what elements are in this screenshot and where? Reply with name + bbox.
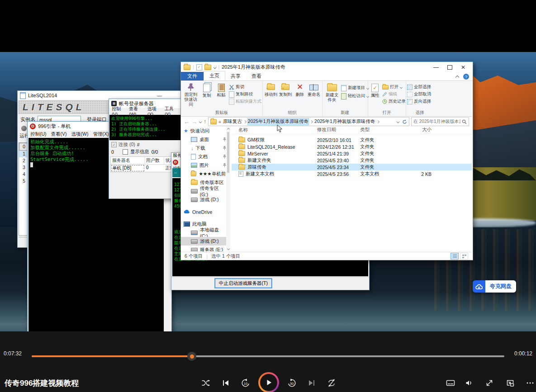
rename-button[interactable]: 重命名 [307, 83, 321, 97]
breadcrumb[interactable]: « 原味复古 2025年1月神装版本原味传奇 2025年1月神装版本原味传奇 [208, 117, 409, 126]
file-row[interactable]: 新建文件夹 2025/4/5 23:40 文件夹 [232, 157, 472, 164]
cut-button[interactable]: 剪切 [229, 84, 244, 90]
col-users[interactable]: 用户数 [145, 157, 164, 164]
fullscreen-button[interactable] [484, 377, 495, 389]
more-options-button[interactable] [524, 377, 536, 389]
new-folder-button[interactable]: 新建文件夹 [324, 83, 340, 102]
mouse-cursor [277, 124, 283, 133]
sidebar-item-drive-c[interactable]: 本地磁盘 (C:) [181, 228, 228, 237]
history-button[interactable]: 历史记录 [382, 98, 406, 105]
help-icon[interactable]: ? [463, 74, 469, 80]
minimize-button[interactable]: — [429, 62, 443, 72]
sidebar-item-desktop[interactable]: 桌面 [181, 135, 228, 144]
move-to-button[interactable]: ← 移动到 [264, 83, 278, 97]
next-button[interactable] [306, 377, 318, 389]
up-icon[interactable]: ↑ [204, 118, 206, 125]
properties-quick-icon[interactable]: ✓ [196, 64, 202, 71]
seek-bar[interactable] [32, 355, 504, 357]
previous-button[interactable] [220, 377, 232, 389]
large-icons-view-icon[interactable] [460, 253, 468, 260]
sidebar-item-documents[interactable]: 文档 [181, 152, 228, 161]
details-view-icon[interactable] [451, 253, 459, 260]
sidebar-item-downloads[interactable]: ↓下载 [181, 144, 228, 152]
qat-dropdown-icon[interactable] [213, 66, 216, 69]
edit-button[interactable]: 编辑 [382, 91, 397, 98]
scroll-down-icon[interactable] [227, 247, 230, 250]
tab-file[interactable]: 文件 [181, 72, 204, 80]
mini-player-button[interactable] [504, 377, 516, 389]
shuffle-button[interactable] [200, 377, 212, 389]
forward-icon[interactable]: → [191, 118, 197, 125]
paste-shortcut-button[interactable]: 粘贴快捷方式 [229, 98, 261, 105]
maximize-button[interactable] [443, 62, 456, 72]
tab-share[interactable]: 共享 [225, 72, 246, 80]
delete-button[interactable]: ✕ 删除 [294, 83, 306, 97]
seek-handle[interactable] [187, 352, 196, 361]
tab-home[interactable]: 主页 [204, 71, 225, 80]
scroll-up-icon[interactable] [227, 128, 230, 131]
sidebar-item-drive-e[interactable]: 服务器 (E:) [181, 246, 228, 251]
menu-item[interactable]: 控制(U) [30, 131, 47, 137]
address-dropdown-icon[interactable] [397, 120, 400, 123]
close-button[interactable]: ✕ [456, 62, 470, 72]
tab-view[interactable]: 查看 [246, 72, 267, 80]
invert-selection-button[interactable]: 反向选择 [407, 98, 431, 105]
column-name[interactable]: 名称 [232, 127, 317, 134]
sidebar-item-drive-g-quick[interactable]: 传奇专区 (G:) [181, 187, 228, 195]
newfolder-quick-icon[interactable] [204, 65, 211, 70]
volume-button[interactable] [463, 377, 475, 389]
litesql-minimize-button[interactable]: — [157, 93, 162, 98]
column-type[interactable]: 类型 [360, 127, 404, 134]
skip-forward-button[interactable]: 30 [286, 377, 298, 389]
recent-locations-icon[interactable] [199, 120, 202, 123]
paste-button[interactable]: 粘贴 [214, 83, 228, 97]
sidebar-item-drive-d[interactable]: 游戏 (D:) [181, 237, 228, 246]
connect-checkbox[interactable]: ✓ [111, 142, 117, 147]
menu-item[interactable]: 查看(V) [51, 131, 67, 137]
column-date[interactable]: 修改日期 [317, 127, 360, 134]
subtitles-button[interactable] [445, 377, 456, 389]
col-server-name[interactable]: 服务器名 [111, 157, 145, 164]
menu-item[interactable]: 选项(W) [71, 131, 89, 137]
select-all-button[interactable]: 全部选择 [407, 84, 431, 90]
file-row-selected[interactable]: 原味传奇 2025/4/5 23:34 文件夹 [232, 164, 472, 170]
new-item-button[interactable]: 新建项目 [341, 85, 369, 91]
sidebar-item-quick-access[interactable]: ★快速访问 [181, 127, 228, 135]
easy-access-button[interactable]: 轻松访问 [341, 93, 369, 99]
file-row[interactable]: MirServer 2025/1/4 21:39 文件夹 [232, 150, 472, 157]
file-row[interactable]: LiteSQL2014_Release 2024/12/26 12:31 文件夹 [232, 143, 472, 150]
column-size[interactable]: 大小 [404, 127, 438, 134]
back-icon[interactable]: ← [184, 118, 190, 125]
refresh-icon[interactable] [402, 119, 407, 124]
skip-back-button[interactable]: 10 [240, 377, 251, 389]
sidebar-item-drive-d-quick[interactable]: 游戏 (D:) [181, 195, 228, 204]
file-row[interactable]: 新建文本文档 2025/4/5 23:56 文本文档 2 KB [232, 170, 472, 177]
sidebar-item-folder-danji[interactable]: ★★★单机前必看 [181, 170, 228, 178]
scrollbar-thumb[interactable] [227, 132, 229, 173]
crumb-overflow[interactable]: « [218, 119, 221, 124]
server-table-row[interactable]: 单机 [DB] 0 正常 [111, 165, 180, 172]
crumb-1[interactable]: 原味复古 [223, 118, 242, 125]
pin-quick-access-button[interactable]: 固定到快速访问 [183, 83, 199, 107]
search-box[interactable]: 在 2025年1月神装版本原味... [411, 117, 469, 126]
play-button[interactable] [258, 372, 279, 392]
sidebar-item-onedrive[interactable]: OneDrive [181, 208, 228, 216]
menu-item[interactable]: 管理(X) [93, 131, 109, 137]
crumb-3[interactable]: 2025年1月神装版本原味传奇 [314, 118, 375, 125]
collapse-ribbon-icon[interactable] [455, 75, 459, 79]
quark-drive-button[interactable]: 夸克网盘 [473, 280, 516, 293]
file-row[interactable]: GM权限 2025/2/10 16:01 文件夹 [232, 137, 472, 143]
crumb-2[interactable]: 2025年1月神装版本原味传奇 [248, 118, 308, 125]
menu-item[interactable]: 工具(Y) [165, 106, 179, 117]
repeat-off-button[interactable] [326, 377, 337, 389]
copy-path-button[interactable]: 复制路径 [229, 91, 253, 98]
copy-to-button[interactable]: → 复制到 [279, 83, 292, 97]
showinfo-checkbox[interactable] [123, 149, 128, 155]
open-button[interactable]: 打开 [382, 84, 403, 90]
copy-button[interactable]: 复制 [200, 83, 213, 98]
properties-button[interactable]: ✓ 属性 [369, 83, 381, 98]
stop-game-server-button[interactable]: 中止启动游戏服务器(T) [215, 279, 272, 288]
sidebar-item-pictures[interactable]: 图片 [181, 161, 228, 170]
sidebar-scrollbar[interactable] [226, 127, 230, 251]
select-none-button[interactable]: 全部取消 [407, 91, 431, 98]
